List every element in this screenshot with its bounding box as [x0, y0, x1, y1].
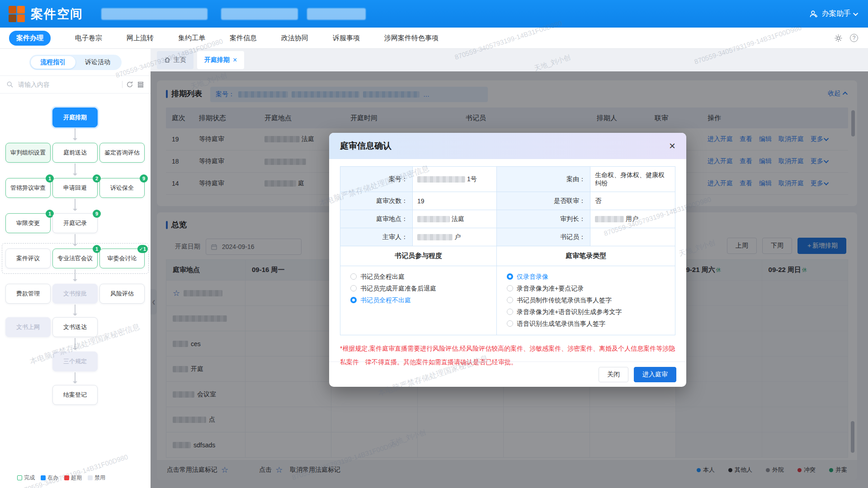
app-title: 案件空间	[31, 6, 83, 22]
flow-status-legend: 完成 在办 超期 禁用	[17, 474, 105, 482]
nav-tab-e-dossier[interactable]: 电子卷宗	[75, 34, 102, 42]
radio-icon	[350, 285, 357, 291]
flow-node-pretrial-service[interactable]: 庭前送达	[52, 143, 98, 163]
flow-node-case-closing[interactable]: 结案登记	[52, 385, 98, 405]
app-root: 案件空间 办案助手 案件办理 电子卷宗 网上流转 集约工单 案件信息 政法协同 …	[0, 0, 868, 488]
flow-node-judges-meeting[interactable]: 专业法官会议1	[52, 249, 98, 268]
redacted-header-text	[307, 8, 366, 20]
page-tabbar: 主页 开庭排期 ×	[157, 51, 244, 69]
sidebar-search-bar	[0, 75, 151, 94]
tab-litigation-activity[interactable]: 诉讼活动	[75, 56, 120, 69]
radio-clerk-full-attend[interactable]: 书记员全程出庭	[350, 271, 494, 282]
close-button[interactable]: 关闭	[599, 367, 628, 382]
trial-info-confirm-dialog: 庭审信息确认 × 案号： 1号 案由： 生命权、身体权、健康权纠纷 庭审次数： …	[329, 133, 686, 387]
radio-icon	[507, 297, 513, 303]
dialog-header: 庭审信息确认 ×	[329, 133, 686, 159]
session-count-value: 19	[413, 192, 497, 210]
flow-node-doc-approval: 文书报批	[52, 284, 98, 304]
radio-icon	[507, 273, 513, 280]
sidebar: 流程指引 诉讼活动 开庭排期 审判组织设置 庭前送达 鉴定咨询评估 管辖	[0, 49, 151, 488]
case-no-label: 案号：	[340, 167, 413, 192]
nav-tab-litigation-service[interactable]: 诉服事项	[333, 34, 360, 42]
count-badge: 9	[140, 174, 148, 183]
cause-label: 案由：	[497, 167, 590, 192]
process-flowchart: 开庭排期 审判组织设置 庭前送达 鉴定咨询评估 管辖异议审查1 申请回避2 诉讼…	[0, 108, 151, 419]
radio-icon	[350, 297, 357, 303]
cause-value: 生命权、身体权、健康权纠纷	[590, 167, 675, 192]
primary-nav: 案件办理 电子卷宗 网上流转 集约工单 案件信息 政法协同 诉服事项 涉网案件特…	[0, 28, 868, 49]
search-input[interactable]	[17, 80, 118, 89]
count-badge: ✓1	[137, 245, 148, 253]
search-icon	[6, 81, 14, 88]
nav-tab-internet-cases[interactable]: 涉网案件特色事项	[384, 34, 439, 42]
sidebar-mode-toggle: 流程指引 诉讼活动	[29, 55, 122, 70]
joint-trial-value: 否	[590, 192, 675, 210]
trial-location-label: 庭审地点：	[340, 210, 413, 228]
radio-av-plus-asr[interactable]: 录音录像为准+语音识别生成参考文字	[507, 306, 672, 318]
flow-node-hearing-record[interactable]: 开庭记录9	[52, 213, 98, 233]
flow-node-fee-management[interactable]: 费款管理	[5, 284, 51, 304]
dialog-body: 案号： 1号 案由： 生命权、身体权、健康权纠纷 庭审次数： 19 是否联审： …	[329, 159, 686, 369]
trial-info-table: 案号： 1号 案由： 生命权、身体权、健康权纠纷 庭审次数： 19 是否联审： …	[340, 166, 675, 335]
tab-process-guide[interactable]: 流程指引	[31, 56, 75, 69]
dialog-footer: 关闭 进入庭审	[329, 361, 686, 387]
clerk-participation-options: 书记员全程出庭 书记员完成开庭准备后退庭 书记员全程不出庭	[340, 266, 497, 335]
radio-asr-record[interactable]: 语音识别生成笔录供当事人签字	[507, 318, 672, 329]
flow-node-court-scheduling[interactable]: 开庭排期	[52, 108, 98, 127]
radio-icon	[507, 320, 513, 327]
chevron-down-icon	[853, 10, 858, 15]
record-type-options: 仅录音录像 录音录像为准+要点记录 书记员制作传统笔录供当事人签字 录音录像为准…	[497, 266, 675, 335]
flow-node-recusal-request[interactable]: 申请回避2	[52, 178, 98, 198]
tab-home[interactable]: 主页	[157, 51, 193, 69]
presiding-judge-value: 用户	[590, 210, 675, 228]
settings-gear-icon[interactable]	[834, 34, 843, 42]
nav-tab-legal-coord[interactable]: 政法协同	[281, 34, 308, 42]
flow-node-trial-org-setup[interactable]: 审判组织设置	[5, 143, 51, 163]
flow-node-doc-publish: 文书上网	[5, 317, 51, 337]
flow-node-doc-service[interactable]: 文书送达	[52, 317, 98, 337]
radio-icon	[350, 273, 357, 280]
flow-node-preservation[interactable]: 诉讼保全9	[99, 178, 145, 198]
radio-clerk-absent[interactable]: 书记员全程不出庭	[350, 294, 494, 306]
flow-node-jurisdiction-objection[interactable]: 管辖异议审查1	[5, 178, 51, 198]
tab-court-scheduling[interactable]: 开庭排期 ×	[197, 51, 244, 69]
radio-av-plus-notes[interactable]: 录音录像为准+要点记录	[507, 282, 672, 294]
legend-doing-swatch	[41, 475, 46, 480]
assistant-icon	[809, 9, 818, 19]
presiding-judge-label: 审判长：	[497, 210, 590, 228]
close-icon[interactable]: ×	[669, 141, 675, 151]
nav-tab-case-handling[interactable]: 案件办理	[9, 31, 51, 46]
radio-traditional-record[interactable]: 书记员制作传统笔录供当事人签字	[507, 294, 672, 306]
enter-trial-button[interactable]: 进入庭审	[634, 367, 676, 382]
refresh-icon[interactable]	[126, 81, 133, 88]
nav-tab-online-flow[interactable]: 网上流转	[127, 34, 154, 42]
clerk-label: 书记员：	[497, 228, 590, 246]
dialog-title: 庭审信息确认	[340, 140, 392, 152]
chief-judge-label: 主审人：	[340, 228, 413, 246]
nav-tab-case-info[interactable]: 案件信息	[230, 34, 257, 42]
layers-icon[interactable]	[137, 81, 144, 88]
help-icon[interactable]: ?	[850, 34, 858, 42]
redacted-header-text	[101, 8, 208, 20]
divider	[122, 81, 123, 88]
redacted-header-text	[221, 8, 298, 20]
assistant-menu[interactable]: 办案助手	[809, 0, 858, 28]
flow-node-appraisal-consult[interactable]: 鉴定咨询评估	[99, 143, 145, 163]
flow-node-three-rules: 三个规定	[52, 352, 98, 371]
close-tab-icon[interactable]: ×	[233, 56, 237, 64]
record-type-header: 庭审笔录类型	[497, 246, 675, 266]
flow-node-committee-discussion[interactable]: 审委会讨论✓1	[99, 249, 145, 268]
chief-judge-value: 户	[413, 228, 497, 246]
flow-node-time-limit-change[interactable]: 审限变更1	[5, 213, 51, 233]
top-header: 案件空间 办案助手	[0, 0, 868, 28]
radio-av-only[interactable]: 仅录音录像	[507, 271, 672, 282]
flow-node-case-deliberation[interactable]: 案件评议	[5, 249, 51, 268]
flow-node-risk-assessment[interactable]: 风险评估	[99, 284, 145, 304]
session-count-label: 庭审次数：	[340, 192, 413, 210]
assistant-label: 办案助手	[822, 9, 851, 19]
home-icon	[164, 57, 170, 63]
nav-tab-work-orders[interactable]: 集约工单	[178, 34, 205, 42]
radio-clerk-leave-after-prep[interactable]: 书记员完成开庭准备后退庭	[350, 282, 494, 294]
legend-done-swatch	[17, 475, 22, 480]
joint-trial-label: 是否联审：	[497, 192, 590, 210]
